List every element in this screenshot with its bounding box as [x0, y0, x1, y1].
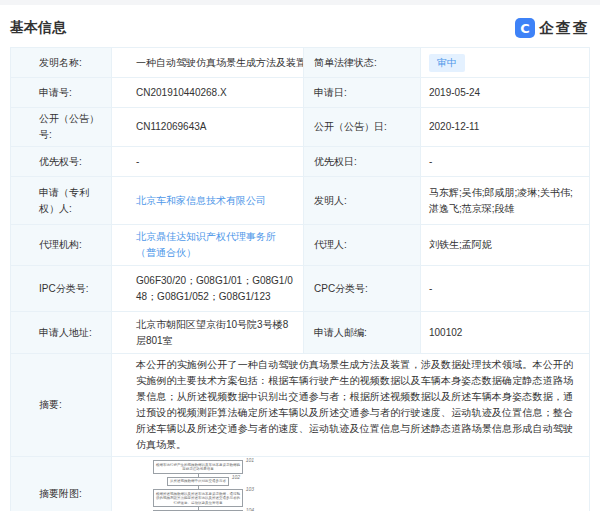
qichacha-logo[interactable]: C 企查查 — [515, 18, 590, 38]
application-date-label: 申请日: — [304, 78, 421, 108]
table-row: 申请（专利权）人: 北京车和家信息技术有限公司 发明人: 马东辉;吴伟;郎咸朋;… — [11, 177, 590, 225]
flowchart-step-text: 根据车辆行驶产生的视频数据以及车辆本身姿态数据确定静态道路场景信息 — [156, 463, 240, 471]
basic-info-table: 发明名称: 一种自动驾驶仿真场景生成方法及装置 简单法律状态: 审中 申请号: … — [10, 47, 590, 511]
ipc-value: G06F30/20；G08G1/01；G08G1/048；G08G1/052；G… — [112, 266, 304, 312]
ipc-label: IPC分类号: — [11, 266, 112, 312]
agents-label: 代理人: — [304, 225, 421, 266]
table-row: IPC分类号: G06F30/20；G08G1/01；G08G1/048；G08… — [11, 266, 590, 312]
publication-no-label: 公开（公告）号: — [11, 108, 112, 147]
applicant-label: 申请（专利权）人: — [11, 177, 112, 225]
priority-no-label: 优先权号: — [11, 147, 112, 177]
table-row: 发明名称: 一种自动驾驶仿真场景生成方法及装置 简单法律状态: 审中 — [11, 48, 590, 78]
table-row: 申请号: CN201910440268.X 申请日: 2019-05-24 — [11, 78, 590, 108]
invention-name-value: 一种自动驾驶仿真场景生成方法及装置 — [112, 48, 304, 78]
applicant-address-value: 北京市朝阳区望京街10号院3号楼8层801室 — [112, 312, 304, 354]
abstract-figure-value: 根据车辆行驶产生的视频数据以及车辆本身姿态数据确定静态道路场景信息 101 从所… — [112, 457, 590, 511]
agency-value: 北京鼎佳达知识产权代理事务所（普通合伙） — [112, 225, 304, 266]
flowchart-step-text: 根据所述视频数据以及所述车辆本身姿态数据，通过预设的视频测距算法确定所述车辆以及… — [156, 492, 240, 505]
invention-name-label: 发明名称: — [11, 48, 112, 78]
table-row: 摘要附图: 根据车辆行驶产生的视频数据以及车辆本身姿态数据确定静态道路场景信息 … — [11, 457, 590, 511]
publication-date-value: 2020-12-11 — [421, 108, 590, 147]
flowchart-step-tag: 101 — [246, 458, 254, 462]
application-date-value: 2019-05-24 — [421, 78, 590, 108]
abstract-figure-label: 摘要附图: — [11, 457, 112, 511]
cpc-value: - — [421, 266, 590, 312]
agents-value: 刘铁生;孟阿妮 — [421, 225, 590, 266]
publication-no-value: CN112069643A — [112, 108, 304, 147]
abstract-value: 本公开的实施例公开了一种自动驾驶仿真场景生成方法及装置，涉及数据处理技术领域。本… — [112, 354, 590, 457]
legal-status-value: 审中 — [421, 48, 590, 78]
agency-link[interactable]: 北京鼎佳达知识产权代理事务所（普通合伙） — [136, 229, 295, 261]
abstract-figure-flowchart: 根据车辆行驶产生的视频数据以及车辆本身姿态数据确定静态道路场景信息 101 从所… — [152, 460, 244, 511]
priority-no-value: - — [112, 147, 304, 177]
panel-header: 基本信息 C 企查查 — [0, 5, 600, 47]
flowchart-step-text: 从所述视频数据中识别出交通参与者 — [170, 479, 226, 483]
qichacha-logo-text: 企查查 — [539, 19, 590, 38]
flowchart-step-tag: 102 — [232, 475, 240, 479]
legal-status-label: 简单法律状态: — [304, 48, 421, 78]
inventors-value: 马东辉;吴伟;郎咸朋;凌琳;关书伟;湛逸飞;范京琛;段雄 — [421, 177, 590, 225]
status-badge: 审中 — [429, 54, 465, 72]
page-title: 基本信息 — [10, 19, 66, 37]
table-row: 代理机构: 北京鼎佳达知识产权代理事务所（普通合伙） 代理人: 刘铁生;孟阿妮 — [11, 225, 590, 266]
table-row: 摘要: 本公开的实施例公开了一种自动驾驶仿真场景生成方法及装置，涉及数据处理技术… — [11, 354, 590, 457]
abstract-label: 摘要: — [11, 354, 112, 457]
table-row: 申请人地址: 北京市朝阳区望京街10号院3号楼8层801室 申请人邮编: 100… — [11, 312, 590, 354]
application-no-value: CN201910440268.X — [112, 78, 304, 108]
application-no-label: 申请号: — [11, 78, 112, 108]
table-row: 优先权号: - 优先权日: - — [11, 147, 590, 177]
applicant-zip-label: 申请人邮编: — [304, 312, 421, 354]
applicant-zip-value: 100102 — [421, 312, 590, 354]
flowchart-step-box: 根据所述视频数据以及所述车辆本身姿态数据，通过预设的视频测距算法确定所述车辆以及… — [153, 489, 243, 507]
priority-date-value: - — [421, 147, 590, 177]
priority-date-label: 优先权日: — [304, 147, 421, 177]
table-row: 公开（公告）号: CN112069643A 公开（公告）日: 2020-12-1… — [11, 108, 590, 147]
applicant-link[interactable]: 北京车和家信息技术有限公司 — [136, 193, 266, 209]
flowchart-step-tag: 103 — [246, 487, 254, 491]
applicant-value: 北京车和家信息技术有限公司 — [112, 177, 304, 225]
flowchart-step-box: 从所述视频数据中识别出交通参与者 102 — [167, 477, 229, 486]
cpc-label: CPC分类号: — [304, 266, 421, 312]
applicant-address-label: 申请人地址: — [11, 312, 112, 354]
qichacha-icon: C — [515, 18, 535, 38]
flowchart-step-box: 根据车辆行驶产生的视频数据以及车辆本身姿态数据确定静态道路场景信息 101 — [153, 460, 243, 474]
publication-date-label: 公开（公告）日: — [304, 108, 421, 147]
agency-label: 代理机构: — [11, 225, 112, 266]
inventors-label: 发明人: — [304, 177, 421, 225]
